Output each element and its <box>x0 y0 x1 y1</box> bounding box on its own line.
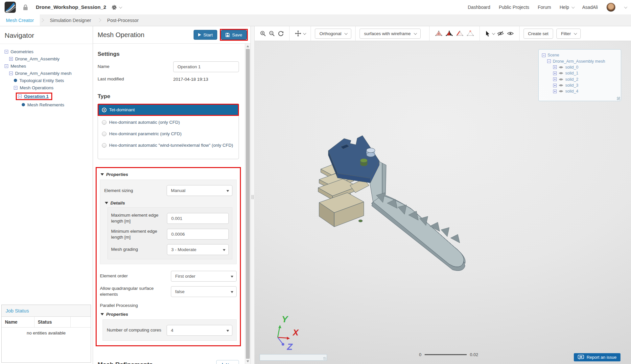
type-option-hex-windtunnel[interactable]: Hex-dominant automatic "wind-tunnel/exte… <box>98 139 239 151</box>
details-collapse-header[interactable]: Details <box>105 201 232 205</box>
quad-elements-select[interactable]: false <box>171 286 237 297</box>
computing-cores-select[interactable]: 4 <box>167 325 232 336</box>
eye-icon[interactable] <box>559 84 563 87</box>
min-edge-input[interactable] <box>167 229 229 240</box>
scrollbar-up-icon[interactable] <box>246 45 249 47</box>
projection-mode-select[interactable]: Orthogonal <box>315 29 351 39</box>
filter-button[interactable]: Filter <box>556 29 581 39</box>
scene-node-mesh[interactable]: Drone_Arm_Assembly mesh <box>542 58 618 64</box>
scene-node-solid-1[interactable]: solid_1 <box>542 70 618 76</box>
collapse-minus-icon[interactable] <box>5 50 8 54</box>
scrollbar-down-icon[interactable] <box>246 360 249 362</box>
tree-item-geometries[interactable]: Geometries <box>2 48 91 55</box>
collapse-minus-icon[interactable] <box>542 54 546 57</box>
viewport-3d[interactable]: Scene Drone_Arm_Assembly mesh solid_0 so… <box>255 41 631 364</box>
scene-node-solid-0[interactable]: solid_0 <box>542 64 618 70</box>
tab-mesh-creator[interactable]: Mesh Creator <box>0 14 40 26</box>
expand-plus-icon[interactable] <box>553 90 557 93</box>
eye-icon[interactable] <box>559 78 563 81</box>
name-input[interactable] <box>173 61 239 72</box>
project-settings-button[interactable] <box>111 5 121 10</box>
tab-post-processor[interactable]: Post-Processor <box>101 14 145 26</box>
tree-item-mesh-operations[interactable]: Mesh Operations <box>2 84 91 91</box>
tree-item-drone-arm-assembly[interactable]: Drone_Arm_Assembly <box>2 55 91 62</box>
name-field-row: Name <box>98 61 239 72</box>
eye-icon[interactable] <box>559 90 563 93</box>
pan-tool-button[interactable] <box>293 29 307 38</box>
panel-scrollbar[interactable] <box>245 44 250 364</box>
element-sizing-select[interactable]: Manual <box>167 185 232 196</box>
chevron-down-icon <box>492 32 495 35</box>
expand-plus-icon[interactable] <box>553 77 557 81</box>
zoom-in-button[interactable] <box>259 29 268 38</box>
eye-off-icon <box>497 31 504 36</box>
reset-view-button[interactable] <box>276 29 285 38</box>
select-edge-button[interactable] <box>455 29 465 38</box>
nav-dashboard[interactable]: Dashboard <box>468 5 490 10</box>
chevron-down-icon <box>344 32 348 35</box>
chevron-down-icon[interactable] <box>624 5 627 9</box>
create-set-button[interactable]: Create set <box>524 29 553 39</box>
collapsed-info-panel[interactable] <box>260 354 327 361</box>
collapse-minus-icon[interactable] <box>5 64 8 68</box>
mesh-grading-select[interactable]: 3 - Moderate <box>167 244 229 255</box>
expand-plus-icon[interactable] <box>553 84 557 87</box>
nav-username[interactable]: AsadAli <box>582 5 598 10</box>
scrollbar-thumb[interactable] <box>246 49 250 359</box>
collapse-minus-icon[interactable] <box>14 86 17 90</box>
tree-item-drone-arm-assembly-mesh[interactable]: Drone_Arm_Assembly mesh <box>2 70 91 77</box>
scene-node-solid-3[interactable]: solid_3 <box>542 82 618 88</box>
nav-help[interactable]: Help <box>560 5 574 10</box>
type-option-hex-automatic[interactable]: Hex-dominant automatic (only CFD) <box>98 117 239 128</box>
select-vertex-button[interactable] <box>465 29 476 38</box>
top-nav: Dashboard Public Projects Forum Help Asa… <box>468 3 626 12</box>
tab-simulation-designer[interactable]: Simulation Designer <box>44 14 97 26</box>
parallel-properties-collapse-header[interactable]: Properties <box>101 312 237 317</box>
start-button[interactable]: Start <box>194 30 218 40</box>
play-icon <box>198 33 201 36</box>
expand-plus-icon[interactable] <box>553 72 557 75</box>
collapse-minus-icon[interactable] <box>9 72 13 75</box>
resize-grip-icon[interactable] <box>617 97 620 100</box>
select-volume-button[interactable] <box>433 29 444 38</box>
select-tool-button[interactable] <box>484 29 496 38</box>
tree-item-topological-entity-sets[interactable]: Topological Entity Sets <box>2 77 91 84</box>
tree-item-operation-1[interactable]: Operation 1 <box>2 91 91 101</box>
scene-node-label: Scene <box>548 53 559 57</box>
type-option-hex-parametric[interactable]: Hex-dominant parametric (only CFD) <box>98 128 239 139</box>
zoom-out-button[interactable] <box>268 29 276 38</box>
tree-item-mesh-refinements[interactable]: Mesh Refinements <box>2 101 91 108</box>
hide-selection-button[interactable] <box>496 30 505 37</box>
show-all-button[interactable] <box>505 30 515 37</box>
save-button[interactable]: Save <box>221 30 247 40</box>
element-order-select[interactable]: First order <box>171 271 237 282</box>
tree-item-meshes[interactable]: Meshes <box>2 62 91 70</box>
avatar[interactable] <box>606 3 616 12</box>
nav-forum[interactable]: Forum <box>538 5 551 10</box>
scene-node-root[interactable]: Scene <box>542 52 618 58</box>
app-logo-icon[interactable] <box>5 2 16 13</box>
scene-node-solid-2[interactable]: solid_2 <box>542 76 618 82</box>
new-refinement-button[interactable]: New <box>216 360 239 364</box>
scene-node-solid-4[interactable]: solid_4 <box>542 88 618 94</box>
type-option-label: Hex-dominant parametric (only CFD) <box>109 131 182 136</box>
eye-icon[interactable] <box>559 72 563 75</box>
tetrahedron-volume-icon <box>435 30 443 37</box>
properties-box: Element sizing Manual Details Maximum el… <box>100 180 237 264</box>
collapse-minus-icon[interactable] <box>547 59 551 63</box>
radio-icon <box>102 143 106 148</box>
max-edge-input[interactable] <box>167 213 229 224</box>
select-face-button[interactable] <box>444 29 455 38</box>
report-issue-button[interactable]: Report an issue <box>574 353 620 361</box>
nav-public-projects[interactable]: Public Projects <box>499 5 529 10</box>
properties-collapse-header[interactable]: Properties <box>101 172 237 177</box>
resize-grip-icon[interactable] <box>323 357 326 360</box>
type-option-tet-dominant[interactable]: Tet-dominant <box>98 104 239 116</box>
collapse-minus-icon[interactable] <box>18 95 22 98</box>
render-mode-select[interactable]: surfaces with wireframe <box>360 29 421 39</box>
expand-plus-icon[interactable] <box>9 57 13 61</box>
divider-grip-icon[interactable] <box>252 195 253 199</box>
panel-resize-divider[interactable] <box>250 26 255 364</box>
expand-plus-icon[interactable] <box>553 65 557 69</box>
eye-icon[interactable] <box>559 66 563 69</box>
